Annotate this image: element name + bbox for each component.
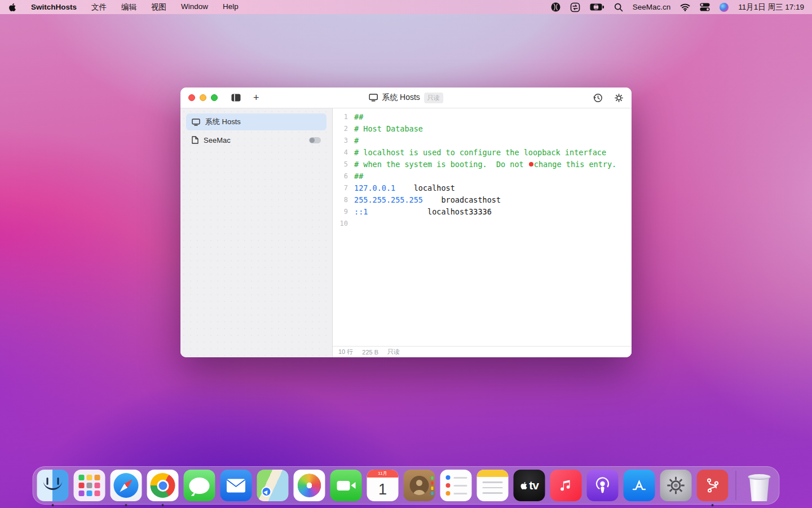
line-number: 3 (333, 135, 348, 147)
line-number: 4 (333, 147, 348, 159)
line-content: ## (348, 111, 363, 123)
editor-line: 6## (333, 170, 632, 182)
traffic-lights (188, 94, 218, 101)
menubar-app-name[interactable]: SwitchHosts (31, 3, 77, 11)
menubar-menu-item[interactable]: 编辑 (121, 2, 136, 12)
globe-icon[interactable] (551, 2, 561, 12)
line-content: # (348, 135, 359, 147)
dock-icon-tv[interactable]: tv (514, 470, 545, 501)
editor-line: 7127.0.0.1 localhost (333, 182, 632, 194)
sidebar-item-系统-hosts[interactable]: 系统 Hosts (186, 113, 326, 130)
control-center-icon[interactable] (700, 2, 710, 12)
line-number: 10 (333, 218, 348, 230)
dock-icon-maps[interactable] (257, 470, 289, 501)
dock-icon-appstore[interactable] (624, 470, 655, 501)
dock-icon-mail[interactable] (220, 470, 252, 501)
line-number: 5 (333, 159, 348, 170)
hosts-editor[interactable]: 1##2# Host Database3#4# localhost is use… (333, 108, 632, 346)
window-title: 系统 Hosts (382, 93, 420, 103)
dock-icon-contacts[interactable] (404, 470, 435, 501)
running-indicator (712, 504, 714, 506)
editor-line: 8255.255.255.255 broadcasthost (333, 194, 632, 206)
menubar-datetime[interactable]: 11月1日 周三 17:19 (738, 2, 804, 12)
dock-separator (736, 471, 736, 500)
status-line-count: 10 行 (338, 348, 353, 356)
line-content: # Host Database (348, 123, 423, 135)
menubar-menu-item[interactable]: 文件 (91, 2, 107, 12)
line-content: # localhost is used to configure the loo… (348, 147, 606, 159)
editor-status-bar: 10 行 225 B 只读 (333, 346, 632, 357)
editor-line: 4# localhost is used to configure the lo… (333, 147, 632, 159)
red-dot-marker (529, 162, 533, 167)
battery-charging-icon[interactable] (590, 2, 604, 12)
line-number: 9 (333, 206, 348, 218)
editor-line: 10 (333, 218, 632, 230)
status-mode: 只读 (387, 348, 400, 356)
menu-bar: SwitchHosts 文件编辑视图WindowHelp SeeMac.cn 1… (0, 0, 812, 14)
dock: 11月1tv (33, 466, 780, 505)
dock-icon-reminders[interactable] (440, 470, 472, 501)
line-content: # when the system is booting. Do not cha… (348, 159, 616, 170)
menubar-menu-item[interactable]: Window (181, 2, 208, 12)
monitor-icon (369, 94, 378, 102)
calendar-month: 11月 (367, 470, 399, 478)
line-content: 255.255.255.255 broadcasthost (348, 194, 501, 206)
sidebar-toggle-icon[interactable] (231, 94, 241, 102)
readonly-badge: 只读 (424, 93, 443, 103)
apple-menu-icon[interactable] (8, 2, 16, 12)
dock-icon-music[interactable] (550, 470, 582, 501)
editor-line: 5# when the system is booting. Do not ch… (333, 159, 632, 170)
menubar-status-text[interactable]: SeeMac.cn (633, 3, 671, 11)
window-titlebar[interactable]: + 系统 Hosts 只读 (180, 87, 632, 108)
gear-icon[interactable] (614, 93, 624, 103)
editor-line: 1## (333, 111, 632, 123)
sidebar-item-seemac[interactable]: SeeMac (186, 132, 326, 148)
running-indicator (162, 504, 164, 506)
dock-icon-switchhosts[interactable] (697, 470, 729, 501)
history-icon[interactable] (593, 93, 603, 103)
editor-line: 2# Host Database (333, 123, 632, 135)
editor-line: 3# (333, 135, 632, 147)
dock-icon-settings[interactable] (660, 470, 692, 501)
dock-icon-trash[interactable] (744, 470, 775, 501)
dock-icon-messages[interactable] (184, 470, 215, 501)
add-hosts-button[interactable]: + (253, 93, 259, 103)
dock-icon-photos[interactable] (294, 470, 325, 501)
dock-icon-chrome[interactable] (147, 470, 179, 501)
dock-icon-podcasts[interactable] (587, 470, 619, 501)
calendar-day: 1 (367, 478, 399, 501)
dock-icon-launchpad[interactable] (74, 470, 105, 501)
hosts-sidebar: 系统 HostsSeeMac (180, 108, 333, 357)
line-number: 8 (333, 194, 348, 206)
line-content: 127.0.0.1 localhost (348, 182, 455, 194)
menubar-menu-item[interactable]: Help (223, 2, 239, 12)
switchhosts-window: + 系统 Hosts 只读 系统 HostsSeeMac 1##2# Host … (180, 87, 632, 357)
running-indicator (52, 504, 54, 506)
minimize-button[interactable] (200, 94, 206, 101)
hosts-toggle-switch[interactable] (309, 137, 321, 143)
menubar-menus: 文件编辑视图WindowHelp (91, 2, 239, 12)
sidebar-item-label: 系统 Hosts (205, 117, 241, 127)
wifi-icon[interactable] (680, 2, 690, 12)
dock-icon-calendar[interactable]: 11月1 (367, 470, 399, 501)
zoom-button[interactable] (211, 94, 218, 101)
document-icon (192, 136, 198, 144)
status-file-size: 225 B (362, 349, 378, 356)
line-number: 6 (333, 170, 348, 182)
line-number: 7 (333, 182, 348, 194)
running-indicator (125, 504, 127, 506)
menubar-menu-item[interactable]: 视图 (151, 2, 166, 12)
sidebar-item-label: SeeMac (204, 136, 231, 144)
dock-icon-notes[interactable] (477, 470, 509, 501)
dock-icon-safari[interactable] (111, 470, 142, 501)
switchhosts-tray-icon[interactable] (570, 2, 580, 12)
monitor-icon (192, 119, 200, 126)
line-number: 2 (333, 123, 348, 135)
dock-icon-finder[interactable] (37, 470, 69, 501)
search-icon[interactable] (614, 2, 623, 12)
close-button[interactable] (188, 94, 195, 101)
siri-icon[interactable] (720, 3, 729, 12)
dock-icon-facetime[interactable] (330, 470, 362, 501)
editor-line: 9::1 localhost33336 (333, 206, 632, 218)
tv-label: tv (529, 479, 539, 492)
